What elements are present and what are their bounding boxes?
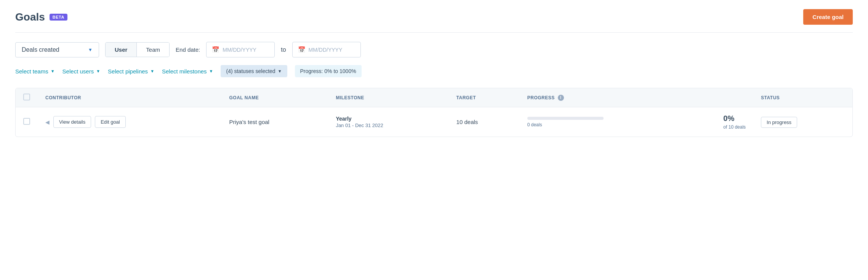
edit-goal-button[interactable]: Edit goal [95, 116, 126, 128]
start-date-placeholder: MM/DD/YYYY [223, 47, 256, 53]
header-divider [15, 32, 853, 33]
select-pipelines-label: Select pipelines [108, 68, 148, 75]
select-milestones-chevron-icon: ▼ [209, 69, 213, 73]
progress-current: 0 deals [527, 122, 716, 127]
statuses-label: (4) statuses selected [226, 68, 275, 74]
select-teams-dropdown[interactable]: Select teams ▼ [15, 68, 55, 75]
milestone-dates: Jan 01 - Dec 31 2022 [336, 123, 441, 128]
status-cell: In progress [753, 107, 852, 137]
to-label: to [281, 46, 286, 53]
header-left: Goals BETA [15, 11, 67, 23]
contributor-cell: ◀ View details Edit goal [38, 107, 222, 137]
status-badge: In progress [761, 117, 797, 128]
milestone-header: MILESTONE [328, 88, 448, 107]
end-date-placeholder: MM/DD/YYYY [309, 47, 343, 53]
table-row: ◀ View details Edit goal Priya's test go… [16, 107, 852, 137]
select-milestones-label: Select milestones [162, 68, 207, 75]
progress-info-icon[interactable]: i [558, 95, 564, 101]
row-checkbox[interactable] [23, 118, 30, 125]
create-goal-button[interactable]: Create goal [803, 9, 853, 25]
progress-header: PROGRESS i [520, 88, 753, 107]
progress-bar-background [527, 117, 604, 120]
expand-row-icon[interactable]: ◀ [45, 119, 50, 125]
deal-type-chevron-icon: ▼ [88, 47, 93, 52]
milestone-period: Yearly [336, 116, 441, 122]
goals-table: CONTRIBUTOR GOAL NAME MILESTONE TARGET P… [15, 88, 853, 137]
deal-type-label: Deals created [22, 46, 59, 53]
select-teams-label: Select teams [15, 68, 48, 75]
beta-badge: BETA [50, 14, 67, 21]
goal-name-cell: Priya's test goal [222, 107, 328, 137]
select-users-chevron-icon: ▼ [96, 69, 100, 73]
statuses-chevron-icon: ▼ [278, 69, 282, 73]
header-checkbox-cell [16, 88, 38, 107]
table-header-row: CONTRIBUTOR GOAL NAME MILESTONE TARGET P… [16, 88, 852, 107]
calendar-end-icon: 📅 [298, 46, 306, 53]
select-pipelines-dropdown[interactable]: Select pipelines ▼ [108, 68, 154, 75]
select-all-checkbox[interactable] [23, 94, 30, 100]
progress-cell: 0 deals 0% of 10 deals [520, 107, 753, 137]
calendar-start-icon: 📅 [212, 46, 219, 53]
progress-percent: 0% [723, 114, 746, 123]
target-header: TARGET [449, 88, 520, 107]
select-milestones-dropdown[interactable]: Select milestones ▼ [162, 68, 213, 75]
end-date-input[interactable]: 📅 MM/DD/YYYY [292, 42, 361, 57]
filter-row: Deals created ▼ User Team End date: 📅 MM… [15, 42, 853, 57]
select-pipelines-chevron-icon: ▼ [150, 69, 154, 73]
progress-filter: Progress: 0% to 1000% [295, 65, 362, 77]
sub-filter-row: Select teams ▼ Select users ▼ Select pip… [15, 65, 853, 77]
goal-name-value: Priya's test goal [229, 119, 269, 125]
user-team-toggle: User Team [105, 42, 170, 57]
end-date-label: End date: [176, 46, 200, 53]
view-details-button[interactable]: View details [53, 116, 91, 128]
status-header: STATUS [753, 88, 852, 107]
team-tab-button[interactable]: Team [137, 43, 169, 57]
target-cell: 10 deals [449, 107, 520, 137]
milestone-cell: Yearly Jan 01 - Dec 31 2022 [328, 107, 448, 137]
contributor-header: CONTRIBUTOR [38, 88, 222, 107]
statuses-dropdown[interactable]: (4) statuses selected ▼ [221, 65, 287, 77]
page-title: Goals [15, 11, 45, 23]
start-date-input[interactable]: 📅 MM/DD/YYYY [206, 42, 275, 57]
progress-filter-label: Progress: 0% to 1000% [300, 68, 356, 74]
select-users-label: Select users [62, 68, 94, 75]
select-users-dropdown[interactable]: Select users ▼ [62, 68, 100, 75]
deal-type-dropdown[interactable]: Deals created ▼ [15, 42, 99, 57]
row-checkbox-cell [16, 107, 38, 137]
goal-name-header: GOAL NAME [222, 88, 328, 107]
select-teams-chevron-icon: ▼ [51, 69, 55, 73]
page-header: Goals BETA Create goal [15, 9, 853, 25]
progress-of-total: of 10 deals [723, 124, 746, 130]
user-tab-button[interactable]: User [106, 43, 137, 57]
